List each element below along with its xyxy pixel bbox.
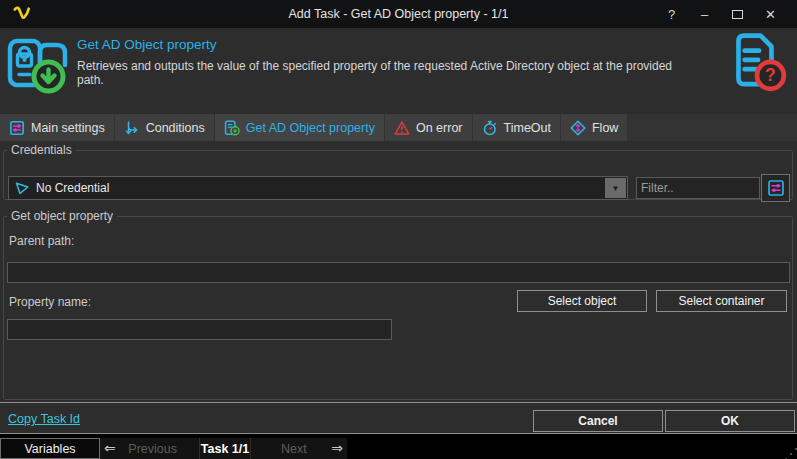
credential-settings-icon [767, 179, 785, 197]
previous-arrow-icon: ⇐ [104, 438, 116, 459]
tab-conditions[interactable]: Conditions [115, 114, 215, 141]
credential-selected-value: No Credential [36, 181, 109, 195]
get-ad-object-icon [224, 120, 240, 136]
variables-button[interactable]: Variables [0, 438, 100, 459]
dropdown-arrow-button[interactable]: ▼ [605, 178, 626, 198]
title-bar: Add Task - Get AD Object property - 1/1 … [0, 0, 797, 28]
next-arrow-icon: ⇒ [331, 438, 343, 459]
select-object-button[interactable]: Select object [517, 290, 647, 312]
dropdown-arrow-icon: ▼ [612, 184, 620, 193]
property-name-input[interactable] [7, 319, 392, 340]
credential-settings-button[interactable] [761, 174, 790, 202]
tab-label: Conditions [146, 121, 205, 135]
dialog-footer: Copy Task Id Cancel OK [0, 402, 797, 434]
document-help-icon: ? [723, 30, 789, 96]
property-name-label: Property name: [9, 295, 91, 309]
credentials-group: Credentials No Credential ▼ [3, 143, 793, 200]
credential-dropdown[interactable]: No Credential ▼ [8, 176, 628, 200]
previous-label: Previous [128, 442, 177, 456]
on-error-warning-icon [394, 120, 410, 136]
tab-page-content: Credentials No Credential ▼ [0, 141, 797, 402]
credential-icon [14, 180, 30, 196]
timeout-stopwatch-icon [482, 120, 498, 136]
task-tab-bar: Main settings Conditions [0, 114, 797, 141]
credential-filter-input[interactable] [636, 177, 760, 199]
tab-label: Get AD Object property [246, 121, 375, 135]
tab-label: TimeOut [504, 121, 551, 135]
next-label: Next [281, 442, 307, 456]
task-type-title: Get AD Object property [77, 37, 217, 52]
parent-path-label: Parent path: [9, 234, 74, 248]
credentials-group-label: Credentials [7, 143, 76, 157]
ok-button[interactable]: OK [665, 410, 795, 432]
svg-text:?: ? [765, 65, 776, 85]
tab-timeout[interactable]: TimeOut [473, 114, 561, 141]
previous-task-button[interactable]: ⇐ Previous [100, 438, 199, 459]
conditions-icon [124, 120, 140, 136]
task-navigation: ⇐ Previous Task 1/1 Next ⇒ [100, 438, 347, 459]
window-controls: ? – ✕ [655, 0, 787, 28]
tab-on-error[interactable]: On error [385, 114, 473, 141]
copy-task-id-link[interactable]: Copy Task Id [8, 412, 80, 426]
next-task-button[interactable]: Next ⇒ [251, 438, 347, 459]
get-object-property-group: Get object property Parent path: Select … [3, 209, 793, 400]
tab-label: Flow [592, 121, 618, 135]
help-icon[interactable]: ? [655, 0, 688, 28]
resize-grip[interactable] [790, 453, 792, 455]
tab-get-ad-object-property[interactable]: Get AD Object property [215, 114, 385, 141]
ad-object-download-icon [6, 34, 70, 98]
select-container-button[interactable]: Select container [656, 290, 787, 312]
flow-icon [570, 120, 586, 136]
cancel-button[interactable]: Cancel [533, 410, 663, 432]
maximize-glyph [732, 10, 743, 19]
task-type-description: Retrieves and outputs the value of the s… [77, 59, 697, 87]
tab-flow[interactable]: Flow [561, 114, 628, 141]
parent-path-input[interactable] [7, 262, 790, 283]
minimize-icon[interactable]: – [688, 0, 721, 28]
task-header: Get AD Object property Retrieves and out… [0, 28, 797, 114]
tab-label: Main settings [31, 121, 105, 135]
maximize-icon[interactable] [721, 0, 754, 28]
bottom-nav-bar: Variables ⇐ Previous Task 1/1 Next ⇒ [0, 434, 797, 459]
main-settings-icon [9, 120, 25, 136]
tab-label: On error [416, 121, 463, 135]
close-icon[interactable]: ✕ [754, 0, 787, 28]
add-task-dialog: Add Task - Get AD Object property - 1/1 … [0, 0, 797, 459]
tab-main-settings[interactable]: Main settings [0, 114, 115, 141]
get-object-property-group-label: Get object property [7, 209, 117, 223]
task-counter: Task 1/1 [200, 442, 250, 456]
